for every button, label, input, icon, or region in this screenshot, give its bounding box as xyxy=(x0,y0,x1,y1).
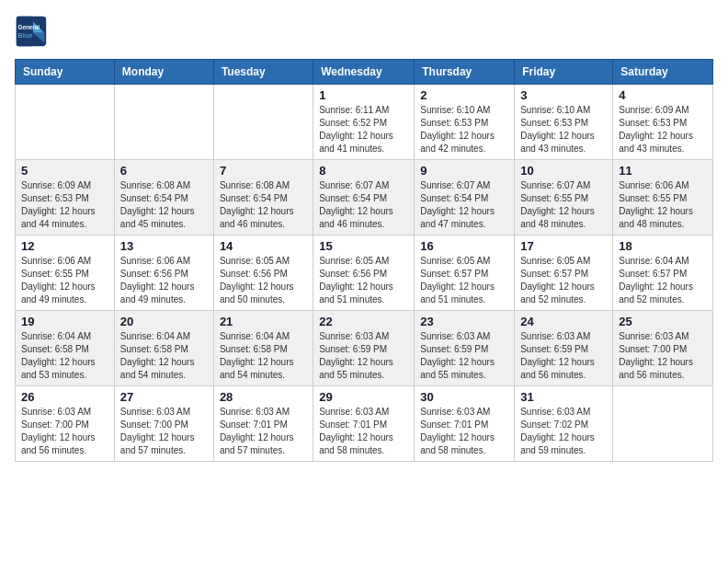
calendar-cell: 14Sunrise: 6:05 AM Sunset: 6:56 PM Dayli… xyxy=(213,236,313,311)
day-info: Sunrise: 6:08 AM Sunset: 6:54 PM Dayligh… xyxy=(220,179,307,231)
calendar-cell: 12Sunrise: 6:06 AM Sunset: 6:55 PM Dayli… xyxy=(16,236,115,311)
day-number: 25 xyxy=(619,315,707,328)
calendar-cell: 21Sunrise: 6:04 AM Sunset: 6:58 PM Dayli… xyxy=(213,311,313,386)
day-number: 31 xyxy=(520,390,607,404)
day-number: 1 xyxy=(319,88,408,102)
logo-icon: General Blue xyxy=(15,15,48,48)
weekday-header: Saturday xyxy=(613,60,713,85)
calendar-cell: 18Sunrise: 6:04 AM Sunset: 6:57 PM Dayli… xyxy=(613,236,713,311)
day-info: Sunrise: 6:04 AM Sunset: 6:58 PM Dayligh… xyxy=(120,330,208,382)
day-info: Sunrise: 6:03 AM Sunset: 7:00 PM Dayligh… xyxy=(21,406,108,457)
day-info: Sunrise: 6:03 AM Sunset: 7:01 PM Dayligh… xyxy=(220,406,307,457)
calendar-cell: 29Sunrise: 6:03 AM Sunset: 7:01 PM Dayli… xyxy=(313,386,415,462)
day-number: 27 xyxy=(120,390,208,404)
day-number: 13 xyxy=(120,239,208,253)
calendar-week-row: 12Sunrise: 6:06 AM Sunset: 6:55 PM Dayli… xyxy=(16,236,713,311)
day-number: 28 xyxy=(220,390,307,404)
day-number: 15 xyxy=(319,239,408,253)
calendar-cell xyxy=(613,386,713,462)
calendar-table: SundayMondayTuesdayWednesdayThursdayFrid… xyxy=(15,59,713,462)
calendar-cell: 31Sunrise: 6:03 AM Sunset: 7:02 PM Dayli… xyxy=(515,386,613,462)
day-info: Sunrise: 6:03 AM Sunset: 7:01 PM Dayligh… xyxy=(420,406,508,457)
day-number: 26 xyxy=(21,390,108,404)
calendar-cell: 2Sunrise: 6:10 AM Sunset: 6:53 PM Daylig… xyxy=(415,85,515,160)
day-info: Sunrise: 6:04 AM Sunset: 6:58 PM Dayligh… xyxy=(21,330,108,382)
day-info: Sunrise: 6:06 AM Sunset: 6:55 PM Dayligh… xyxy=(21,255,108,306)
day-number: 11 xyxy=(619,164,707,178)
calendar-cell: 30Sunrise: 6:03 AM Sunset: 7:01 PM Dayli… xyxy=(415,386,515,462)
page-header: General Blue xyxy=(15,15,713,48)
calendar-cell xyxy=(16,85,115,160)
day-info: Sunrise: 6:03 AM Sunset: 6:59 PM Dayligh… xyxy=(319,330,408,382)
day-number: 5 xyxy=(21,164,108,178)
day-info: Sunrise: 6:05 AM Sunset: 6:57 PM Dayligh… xyxy=(520,255,607,306)
logo: General Blue xyxy=(15,15,48,48)
day-info: Sunrise: 6:03 AM Sunset: 6:59 PM Dayligh… xyxy=(520,330,607,382)
calendar-cell: 1Sunrise: 6:11 AM Sunset: 6:52 PM Daylig… xyxy=(313,85,415,160)
calendar-week-row: 5Sunrise: 6:09 AM Sunset: 6:53 PM Daylig… xyxy=(16,160,713,236)
svg-text:Blue: Blue xyxy=(18,31,33,40)
day-number: 10 xyxy=(520,164,607,178)
day-info: Sunrise: 6:07 AM Sunset: 6:55 PM Dayligh… xyxy=(520,179,607,231)
calendar-cell: 23Sunrise: 6:03 AM Sunset: 6:59 PM Dayli… xyxy=(415,311,515,386)
day-number: 29 xyxy=(319,390,408,404)
weekday-header: Monday xyxy=(114,60,213,85)
day-info: Sunrise: 6:06 AM Sunset: 6:55 PM Dayligh… xyxy=(619,179,707,231)
day-number: 16 xyxy=(420,239,508,253)
calendar-cell: 8Sunrise: 6:07 AM Sunset: 6:54 PM Daylig… xyxy=(313,160,415,236)
day-number: 9 xyxy=(420,164,508,178)
day-number: 8 xyxy=(319,164,408,178)
day-info: Sunrise: 6:03 AM Sunset: 6:59 PM Dayligh… xyxy=(420,330,508,382)
day-number: 14 xyxy=(220,239,307,253)
weekday-header: Wednesday xyxy=(313,60,415,85)
svg-text:General: General xyxy=(18,24,40,30)
calendar-cell xyxy=(114,85,213,160)
day-info: Sunrise: 6:10 AM Sunset: 6:53 PM Dayligh… xyxy=(520,104,607,155)
calendar-cell: 16Sunrise: 6:05 AM Sunset: 6:57 PM Dayli… xyxy=(415,236,515,311)
weekday-header: Sunday xyxy=(16,60,115,85)
calendar-cell: 3Sunrise: 6:10 AM Sunset: 6:53 PM Daylig… xyxy=(515,85,613,160)
day-info: Sunrise: 6:05 AM Sunset: 6:56 PM Dayligh… xyxy=(319,255,408,306)
day-info: Sunrise: 6:04 AM Sunset: 6:57 PM Dayligh… xyxy=(619,255,707,306)
calendar-cell xyxy=(213,85,313,160)
calendar-cell: 26Sunrise: 6:03 AM Sunset: 7:00 PM Dayli… xyxy=(16,386,115,462)
day-info: Sunrise: 6:08 AM Sunset: 6:54 PM Dayligh… xyxy=(120,179,208,231)
day-number: 30 xyxy=(420,390,508,404)
day-info: Sunrise: 6:03 AM Sunset: 7:00 PM Dayligh… xyxy=(619,330,707,382)
day-info: Sunrise: 6:07 AM Sunset: 6:54 PM Dayligh… xyxy=(420,179,508,231)
calendar-cell: 25Sunrise: 6:03 AM Sunset: 7:00 PM Dayli… xyxy=(613,311,713,386)
calendar-header-row: SundayMondayTuesdayWednesdayThursdayFrid… xyxy=(16,60,713,85)
day-info: Sunrise: 6:11 AM Sunset: 6:52 PM Dayligh… xyxy=(319,104,408,155)
day-number: 4 xyxy=(619,88,707,102)
day-number: 20 xyxy=(120,315,208,328)
weekday-header: Tuesday xyxy=(213,60,313,85)
calendar-body: 1Sunrise: 6:11 AM Sunset: 6:52 PM Daylig… xyxy=(16,85,713,462)
day-info: Sunrise: 6:10 AM Sunset: 6:53 PM Dayligh… xyxy=(420,104,508,155)
calendar-cell: 27Sunrise: 6:03 AM Sunset: 7:00 PM Dayli… xyxy=(114,386,213,462)
day-number: 3 xyxy=(520,88,607,102)
calendar-cell: 11Sunrise: 6:06 AM Sunset: 6:55 PM Dayli… xyxy=(613,160,713,236)
weekday-header: Thursday xyxy=(415,60,515,85)
day-number: 2 xyxy=(420,88,508,102)
day-info: Sunrise: 6:05 AM Sunset: 6:56 PM Dayligh… xyxy=(220,255,307,306)
day-info: Sunrise: 6:05 AM Sunset: 6:57 PM Dayligh… xyxy=(420,255,508,306)
calendar-cell: 22Sunrise: 6:03 AM Sunset: 6:59 PM Dayli… xyxy=(313,311,415,386)
day-info: Sunrise: 6:03 AM Sunset: 7:01 PM Dayligh… xyxy=(319,406,408,457)
calendar-cell: 5Sunrise: 6:09 AM Sunset: 6:53 PM Daylig… xyxy=(16,160,115,236)
day-info: Sunrise: 6:09 AM Sunset: 6:53 PM Dayligh… xyxy=(21,179,108,231)
day-number: 21 xyxy=(220,315,307,328)
day-info: Sunrise: 6:07 AM Sunset: 6:54 PM Dayligh… xyxy=(319,179,408,231)
day-info: Sunrise: 6:04 AM Sunset: 6:58 PM Dayligh… xyxy=(220,330,307,382)
calendar-week-row: 1Sunrise: 6:11 AM Sunset: 6:52 PM Daylig… xyxy=(16,85,713,160)
day-info: Sunrise: 6:03 AM Sunset: 7:02 PM Dayligh… xyxy=(520,406,607,457)
day-info: Sunrise: 6:03 AM Sunset: 7:00 PM Dayligh… xyxy=(120,406,208,457)
calendar-cell: 28Sunrise: 6:03 AM Sunset: 7:01 PM Dayli… xyxy=(213,386,313,462)
weekday-header: Friday xyxy=(515,60,613,85)
calendar-cell: 19Sunrise: 6:04 AM Sunset: 6:58 PM Dayli… xyxy=(16,311,115,386)
calendar-cell: 20Sunrise: 6:04 AM Sunset: 6:58 PM Dayli… xyxy=(114,311,213,386)
day-info: Sunrise: 6:09 AM Sunset: 6:53 PM Dayligh… xyxy=(619,104,707,155)
calendar-cell: 13Sunrise: 6:06 AM Sunset: 6:56 PM Dayli… xyxy=(114,236,213,311)
day-number: 24 xyxy=(520,315,607,328)
calendar-cell: 10Sunrise: 6:07 AM Sunset: 6:55 PM Dayli… xyxy=(515,160,613,236)
calendar-cell: 9Sunrise: 6:07 AM Sunset: 6:54 PM Daylig… xyxy=(415,160,515,236)
